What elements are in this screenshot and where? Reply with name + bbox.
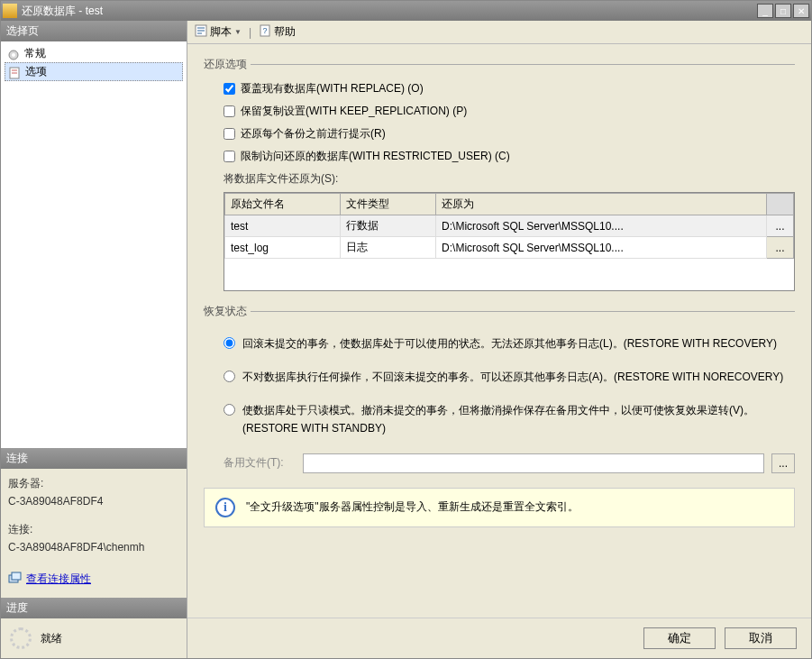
browse-button[interactable]: ...	[767, 215, 794, 237]
connection-icon	[8, 572, 23, 587]
files-label: 将数据库文件还原为(S):	[224, 171, 795, 187]
col-restore-as[interactable]: 还原为	[436, 194, 767, 215]
conn-label: 连接:	[8, 522, 179, 537]
svg-text:?: ?	[263, 26, 268, 35]
spinner-icon	[10, 627, 32, 649]
cell-path: D:\Microsoft SQL Server\MSSQL10....	[436, 237, 767, 259]
script-button[interactable]: 脚本 ▼	[191, 23, 245, 41]
cell-name: test_log	[225, 237, 341, 259]
separator: |	[249, 26, 251, 39]
col-action	[767, 194, 794, 215]
titlebar: 还原数据库 - test _ □ ✕	[1, 1, 811, 21]
recovery-title: 恢复状态	[204, 304, 247, 319]
standby-browse-button[interactable]: ...	[771, 453, 795, 473]
files-table[interactable]: 原始文件名 文件类型 还原为 test 行数据	[224, 192, 795, 291]
standby-label: 使数据库处于只读模式。撤消未提交的事务，但将撤消操作保存在备用文件中，以便可使恢…	[242, 402, 795, 436]
cell-type: 行数据	[340, 215, 436, 237]
nav-item-options[interactable]: 选项	[5, 62, 183, 81]
restricted-label: 限制访问还原的数据库(WITH RESTRICTED_USER) (C)	[241, 149, 510, 164]
server-value: C-3A89048AF8DF4	[8, 495, 179, 508]
minimize-button[interactable]: _	[757, 4, 773, 18]
help-button[interactable]: ? 帮助	[255, 23, 299, 41]
overwrite-checkbox[interactable]	[224, 83, 235, 95]
nav-item-general[interactable]: 常规	[5, 45, 183, 62]
button-row: 确定 取消	[187, 618, 811, 658]
ok-button[interactable]: 确定	[643, 627, 716, 649]
standby-file-input[interactable]	[303, 453, 764, 473]
keep-replication-label: 保留复制设置(WITH KEEP_REPLICATION) (P)	[241, 104, 467, 119]
cell-path: D:\Microsoft SQL Server\MSSQL10....	[436, 215, 767, 237]
server-label: 服务器:	[8, 476, 179, 491]
cell-type: 日志	[340, 237, 436, 259]
overwrite-label: 覆盖现有数据库(WITH REPLACE) (O)	[241, 81, 424, 96]
help-icon: ?	[259, 24, 271, 40]
dialog-window: 还原数据库 - test _ □ ✕ 选择页 常规	[0, 0, 812, 659]
browse-button[interactable]: ...	[767, 237, 794, 259]
window-title: 还原数据库 - test	[22, 4, 757, 19]
content-area: 选择页 常规 选项	[1, 21, 811, 658]
prompt-checkbox[interactable]	[224, 128, 235, 140]
progress-status: 就绪	[41, 631, 62, 646]
svg-point-1	[12, 53, 15, 57]
norecovery-label: 不对数据库执行任何操作，不回滚未提交的事务。可以还原其他事务日志(A)。(RES…	[242, 369, 795, 386]
chevron-down-icon: ▼	[234, 28, 242, 36]
script-icon	[195, 24, 207, 40]
view-connection-text: 查看连接属性	[26, 572, 91, 587]
gear-icon	[6, 48, 21, 60]
main-area: 还原选项 覆盖现有数据库(WITH REPLACE) (O) 保留复制设置(WI…	[187, 44, 811, 618]
maximize-button[interactable]: □	[775, 4, 791, 18]
svg-rect-6	[12, 572, 21, 580]
recovery-radio[interactable]	[224, 337, 235, 349]
connection-info: 服务器: C-3A89048AF8DF4 连接: C-3A89048AF8DF4…	[1, 469, 187, 598]
col-type[interactable]: 文件类型	[340, 194, 436, 215]
norecovery-radio[interactable]	[224, 371, 235, 382]
col-orig[interactable]: 原始文件名	[225, 194, 341, 215]
close-button[interactable]: ✕	[793, 4, 809, 18]
info-icon: i	[215, 498, 235, 517]
standby-radio[interactable]	[224, 404, 235, 416]
restore-options-group: 还原选项 覆盖现有数据库(WITH REPLACE) (O) 保留复制设置(WI…	[204, 57, 795, 291]
restore-options-title: 还原选项	[204, 57, 247, 72]
recovery-group: 恢复状态 回滚未提交的事务，使数据库处于可以使用的状态。无法还原其他事务日志(L…	[204, 304, 795, 527]
progress-header: 进度	[1, 598, 187, 618]
help-label: 帮助	[274, 24, 296, 40]
right-panel: 脚本 ▼ | ? 帮助 还原选项	[187, 21, 811, 658]
recovery-label: 回滚未提交的事务，使数据库处于可以使用的状态。无法还原其他事务日志(L)。(RE…	[242, 335, 795, 352]
conn-value: C-3A89048AF8DF4\chenmh	[8, 541, 179, 554]
app-icon	[3, 4, 17, 18]
info-text: "全文升级选项"服务器属性控制是导入、重新生成还是重置全文索引。	[246, 499, 579, 515]
select-page-header: 选择页	[1, 21, 187, 41]
nav-list: 常规 选项	[1, 41, 187, 448]
keep-replication-checkbox[interactable]	[224, 105, 235, 117]
cell-name: test	[225, 215, 341, 237]
progress-body: 就绪	[1, 618, 187, 658]
info-bar: i "全文升级选项"服务器属性控制是导入、重新生成还是重置全文索引。	[204, 488, 795, 527]
standby-file-label: 备用文件(T):	[224, 455, 296, 471]
prompt-label: 还原每个备份之前进行提示(R)	[241, 126, 386, 142]
nav-label-general: 常规	[24, 46, 46, 61]
nav-label-options: 选项	[25, 64, 47, 79]
cancel-button[interactable]: 取消	[725, 627, 797, 649]
table-row[interactable]: test_log 日志 D:\Microsoft SQL Server\MSSQ…	[225, 237, 794, 259]
left-panel: 选择页 常规 选项	[1, 21, 187, 658]
window-buttons: _ □ ✕	[757, 4, 809, 18]
toolbar: 脚本 ▼ | ? 帮助	[187, 21, 811, 44]
page-icon	[7, 66, 22, 78]
table-row[interactable]: test 行数据 D:\Microsoft SQL Server\MSSQL10…	[225, 215, 794, 237]
view-connection-link[interactable]: 查看连接属性	[8, 572, 91, 587]
restricted-checkbox[interactable]	[224, 151, 235, 162]
connection-header: 连接	[1, 448, 187, 469]
script-label: 脚本	[210, 24, 232, 40]
